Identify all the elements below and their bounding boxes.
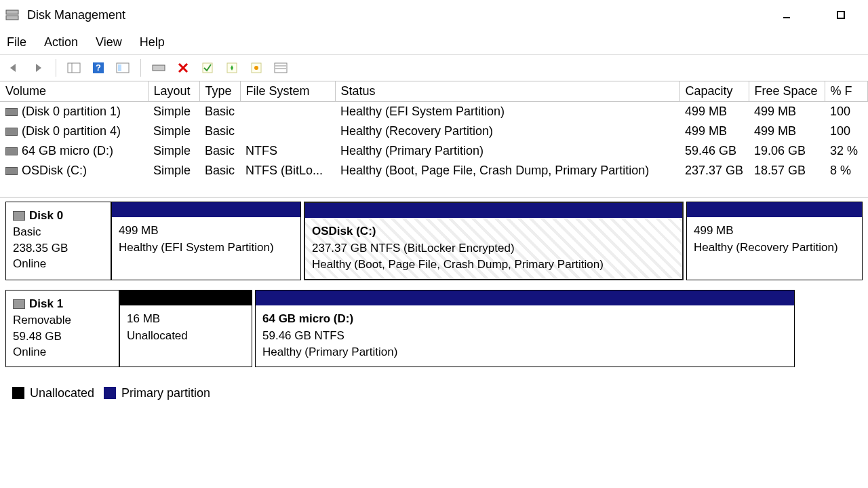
disk-label[interactable]: Disk 1Removable59.48 GBOnline	[5, 290, 119, 367]
menu-help[interactable]: Help	[140, 35, 165, 50]
svg-text:?: ?	[96, 62, 101, 73]
partition-band	[256, 290, 794, 305]
menu-action[interactable]: Action	[44, 35, 78, 50]
svg-rect-3	[837, 12, 844, 18]
maximize-button[interactable]	[827, 5, 854, 25]
volume-table[interactable]: Volume Layout Type File System Status Ca…	[0, 81, 868, 181]
svg-rect-12	[153, 65, 165, 71]
svg-rect-11	[118, 64, 121, 71]
partition-info: 499 MBHealthy (Recovery Partition)	[687, 217, 862, 280]
partition[interactable]: 16 MBUnallocated	[119, 290, 252, 367]
volume-icon	[5, 167, 18, 175]
partition[interactable]: OSDisk (C:)237.37 GB NTFS (BitLocker Enc…	[304, 202, 684, 280]
window-controls	[773, 5, 854, 25]
svg-rect-20	[275, 63, 287, 73]
legend-label-primary: Primary partition	[121, 386, 210, 400]
list-icon[interactable]	[273, 60, 289, 76]
partition-band	[305, 203, 682, 218]
col-volume[interactable]: Volume	[0, 81, 148, 102]
legend-swatch-primary	[104, 387, 116, 399]
legend-swatch-unallocated	[12, 387, 24, 399]
table-row[interactable]: OSDisk (C:)SimpleBasicNTFS (BitLo...Heal…	[0, 161, 868, 181]
drive-icon[interactable]	[151, 60, 167, 76]
minimize-button[interactable]	[773, 5, 800, 25]
partition-info: OSDisk (C:)237.37 GB NTFS (BitLocker Enc…	[305, 218, 682, 279]
legend: Unallocated Primary partition	[5, 377, 863, 400]
delete-icon[interactable]	[175, 60, 191, 76]
disk-icon	[13, 211, 25, 221]
partition-band	[120, 290, 252, 305]
volume-icon	[5, 147, 18, 155]
disk-label[interactable]: Disk 0Basic238.35 GBOnline	[5, 202, 111, 280]
volume-icon	[5, 108, 18, 116]
disk-row: Disk 0Basic238.35 GBOnline499 MBHealthy …	[5, 202, 863, 280]
volume-icon	[5, 128, 18, 136]
table-row[interactable]: (Disk 0 partition 4)SimpleBasicHealthy (…	[0, 121, 868, 141]
table-row[interactable]: 64 GB micro (D:)SimpleBasicNTFSHealthy (…	[0, 141, 868, 161]
partition[interactable]: 499 MBHealthy (EFI System Partition)	[111, 202, 301, 280]
partition-info: 64 GB micro (D:)59.46 GB NTFSHealthy (Pr…	[256, 305, 794, 367]
titlebar: Disk Management	[0, 0, 868, 30]
col-free[interactable]: Free Space	[749, 81, 825, 102]
partition-band	[687, 202, 862, 217]
svg-rect-6	[68, 63, 80, 73]
col-pct[interactable]: % F	[825, 81, 867, 102]
svg-point-19	[254, 66, 258, 70]
col-type[interactable]: Type	[199, 81, 240, 102]
disk-row: Disk 1Removable59.48 GBOnline16 MBUnallo…	[5, 290, 863, 367]
back-button[interactable]	[5, 60, 22, 76]
menu-file[interactable]: File	[7, 35, 26, 50]
partition-info: 16 MBUnallocated	[120, 305, 252, 367]
col-layout[interactable]: Layout	[148, 81, 199, 102]
col-filesystem[interactable]: File System	[240, 81, 335, 102]
table-header-row: Volume Layout Type File System Status Ca…	[0, 81, 868, 102]
new-partition-icon[interactable]	[224, 60, 240, 76]
partition[interactable]: 64 GB micro (D:)59.46 GB NTFSHealthy (Pr…	[255, 290, 795, 367]
svg-rect-0	[6, 10, 18, 14]
col-status[interactable]: Status	[335, 81, 679, 102]
menu-view[interactable]: View	[96, 35, 122, 50]
properties-icon[interactable]	[248, 60, 264, 76]
check-icon[interactable]	[199, 60, 216, 76]
toolbar: ?	[0, 54, 868, 81]
svg-rect-1	[6, 16, 18, 20]
table-row[interactable]: (Disk 0 partition 1)SimpleBasicHealthy (…	[0, 102, 868, 122]
partition-band	[112, 202, 300, 217]
help-icon[interactable]: ?	[90, 60, 106, 76]
partition[interactable]: 499 MBHealthy (Recovery Partition)	[686, 202, 863, 280]
forward-button[interactable]	[30, 60, 46, 76]
refresh-icon[interactable]	[115, 60, 131, 76]
disk-icon	[13, 299, 25, 309]
legend-label-unallocated: Unallocated	[30, 386, 94, 400]
window-title: Disk Management	[27, 8, 773, 22]
menubar: File Action View Help	[0, 30, 868, 54]
svg-marker-4	[10, 64, 16, 72]
partition-info: 499 MBHealthy (EFI System Partition)	[112, 217, 300, 280]
col-capacity[interactable]: Capacity	[679, 81, 749, 102]
svg-marker-5	[36, 64, 41, 72]
app-icon	[5, 9, 19, 21]
disk-map: Disk 0Basic238.35 GBOnline499 MBHealthy …	[0, 197, 868, 400]
panel-icon[interactable]	[66, 60, 82, 76]
